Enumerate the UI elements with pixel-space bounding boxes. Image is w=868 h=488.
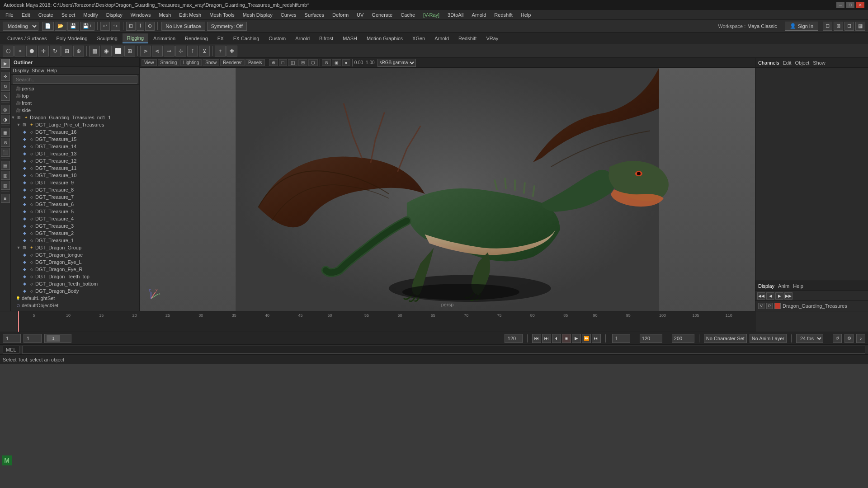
menu-select[interactable]: Select	[58, 11, 79, 19]
list-item[interactable]: 🎥 top	[11, 92, 139, 99]
list-item[interactable]: 💡 defaultLightSet	[11, 295, 139, 302]
prev-frame-layer-btn[interactable]: ◀◀	[757, 292, 765, 300]
list-item[interactable]: ◆ ◇ DGT_Dragon_Eye_L	[11, 258, 139, 266]
shading-menu-button[interactable]: Shading	[158, 59, 180, 66]
menu-arnold[interactable]: Arnold	[468, 11, 490, 19]
next-layer-btn[interactable]: ▶	[775, 292, 783, 300]
move-mode-button[interactable]: ✛	[1, 72, 10, 81]
sound-button[interactable]: ♪	[856, 334, 865, 343]
anim-layers-tab[interactable]: Anim	[778, 283, 789, 289]
tab-motion-graphics[interactable]: Motion Graphics	[362, 34, 407, 43]
vp-icon-btn-8[interactable]: ●	[342, 59, 350, 66]
prev-layer-btn[interactable]: ◀	[766, 292, 774, 300]
list-item[interactable]: ◆ ◇ DGT_Treasure_8	[11, 186, 139, 193]
soft-mod-button[interactable]: ◎	[1, 105, 10, 114]
list-item[interactable]: ▼ ⊞ ✦ DGT_Dragon_Group	[11, 244, 139, 251]
redo-button[interactable]: ↪	[111, 22, 120, 31]
workspace-mode-dropdown[interactable]: Modeling	[3, 22, 38, 31]
show-tab[interactable]: Show	[813, 60, 826, 66]
edit-tab[interactable]: Edit	[783, 60, 791, 66]
panels-button[interactable]: ▤	[1, 161, 10, 170]
tab-arnold2[interactable]: Arnold	[430, 34, 453, 43]
paint-weights-button[interactable]: ⊹	[175, 46, 186, 56]
tab-bifrost[interactable]: Bifrost	[315, 34, 338, 43]
list-item[interactable]: ◆ ◇ DGT_Dragon_tongue	[11, 251, 139, 258]
list-item[interactable]: ◆ ◇ DGT_Dragon_Body	[11, 287, 139, 295]
vp-icon-btn-5[interactable]: ⬡	[308, 59, 318, 66]
render-button[interactable]: ⬛	[1, 148, 10, 157]
rotate-tool-button[interactable]: ↻	[50, 46, 61, 56]
layout-btn-3[interactable]: ⊡	[844, 22, 854, 31]
box-button[interactable]: ⬜	[113, 46, 123, 56]
ik-handle-button[interactable]: ⊲	[152, 46, 163, 56]
list-item[interactable]: ◆ ◇ DGT_Treasure_13	[11, 150, 139, 157]
list-item[interactable]: ◆ ◇ DGT_Treasure_9	[11, 179, 139, 186]
move-tool-button[interactable]: ✛	[38, 46, 49, 56]
anim-frame-input[interactable]	[612, 334, 630, 343]
lighting-menu-button[interactable]: Lighting	[180, 59, 202, 66]
new-scene-button[interactable]: 📄	[42, 22, 54, 31]
menu-mesh-display[interactable]: Mesh Display	[239, 11, 276, 19]
menu-help[interactable]: Help	[517, 11, 535, 19]
list-item[interactable]: ◆ ◇ DGT_Treasure_1	[11, 237, 139, 244]
sign-in-button[interactable]: 👤 Sign In	[785, 22, 818, 31]
sculpt-button[interactable]: ◑	[1, 115, 10, 124]
layout-btn-4[interactable]: ▦	[855, 22, 865, 31]
go-to-start-button[interactable]: ⏮	[532, 334, 541, 343]
points-button[interactable]: ⊞	[124, 46, 135, 56]
list-item[interactable]: ◆ ◇ DGT_Treasure_16	[11, 128, 139, 136]
list-item[interactable]: 🎥 side	[11, 107, 139, 114]
select-mode-button[interactable]: ▶	[1, 59, 10, 68]
paint-tool-button[interactable]: ⬢	[26, 46, 37, 56]
list-item[interactable]: 🎥 front	[11, 99, 139, 107]
tab-poly-modeling[interactable]: Poly Modeling	[52, 34, 92, 43]
list-item[interactable]: ◆ ◇ DGT_Treasure_5	[11, 208, 139, 215]
range-end-input[interactable]	[640, 334, 662, 343]
vp-icon-btn-7[interactable]: ◉	[332, 59, 341, 66]
menu-redshift[interactable]: Redshift	[491, 11, 516, 19]
list-item[interactable]: ◆ ◇ DGT_Treasure_6	[11, 201, 139, 208]
end-frame-input[interactable]	[505, 334, 523, 343]
skin-bind-button[interactable]: ⊸	[164, 46, 175, 56]
playback-options-button[interactable]: ⚙	[844, 334, 854, 343]
scale-mode-button[interactable]: ⤡	[1, 92, 10, 101]
outliner-search-input[interactable]	[13, 75, 137, 84]
shelf-button[interactable]: ▥	[1, 171, 10, 180]
show-menu-button[interactable]: Show	[203, 59, 219, 66]
no-character-set-button[interactable]: No Character Set	[704, 334, 747, 343]
close-button[interactable]: ✕	[856, 2, 864, 8]
menu-cache[interactable]: Cache	[397, 11, 419, 19]
list-item[interactable]: ◆ ◇ DGT_Treasure_15	[11, 136, 139, 143]
menu-vray[interactable]: [V-Ray]	[420, 11, 443, 19]
tab-fx[interactable]: FX	[213, 34, 228, 43]
wireframe-button[interactable]: ▦	[89, 46, 100, 56]
menu-mesh[interactable]: Mesh	[155, 11, 175, 19]
layer-item[interactable]: V P Dragon_Guarding_Treasures	[756, 302, 867, 310]
tab-rendering[interactable]: Rendering	[180, 34, 212, 43]
vp-icon-btn-1[interactable]: ⊕	[269, 59, 278, 66]
list-item[interactable]: ⬡ defaultObjectSet	[11, 302, 139, 309]
renderer-menu-button[interactable]: Renderer	[220, 59, 245, 66]
fps-dropdown[interactable]: 24 fps 30 fps	[796, 334, 823, 343]
list-item[interactable]: ◆ ◇ DGT_Treasure_12	[11, 157, 139, 164]
rotate-mode-button[interactable]: ↻	[1, 82, 10, 91]
maximize-button[interactable]: □	[846, 2, 854, 8]
smooth-button[interactable]: ◉	[101, 46, 112, 56]
vp-icon-btn-6[interactable]: ⊙	[322, 59, 331, 66]
list-item[interactable]: ◆ ◇ DGT_Treasure_10	[11, 172, 139, 179]
list-item[interactable]: ◆ ◇ DGT_Treasure_4	[11, 215, 139, 222]
next-frame-layer-btn[interactable]: ▶▶	[784, 292, 793, 300]
joint-tool-button[interactable]: ⊳	[140, 46, 151, 56]
vp-icon-btn-2[interactable]: □	[279, 59, 287, 66]
select-tool-button[interactable]: ⬡	[3, 46, 14, 56]
tab-mash[interactable]: MASH	[338, 34, 362, 43]
current-frame-input[interactable]	[24, 334, 42, 343]
tab-rigging[interactable]: Rigging	[123, 33, 148, 43]
vp-icon-btn-3[interactable]: ◫	[288, 59, 297, 66]
snap-grid-button[interactable]: ⊞	[126, 22, 136, 31]
list-item[interactable]: ▼ ⊞ ✦ Dragon_Guarding_Treasures_nd1_1	[11, 114, 139, 121]
tab-custom[interactable]: Custom	[264, 34, 290, 43]
menu-3dtoall[interactable]: 3DtoAll	[444, 11, 467, 19]
menu-surfaces[interactable]: Surfaces	[301, 11, 328, 19]
save-scene-button[interactable]: 💾	[67, 22, 79, 31]
